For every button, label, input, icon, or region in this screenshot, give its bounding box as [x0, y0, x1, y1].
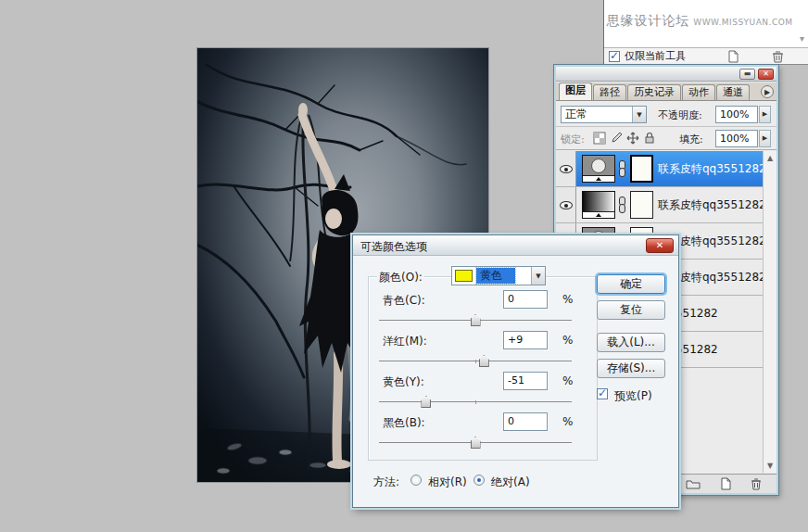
tool-presets-panel: 思缘设计论坛 www.missyuan.com ▾ 仅限当前工具 [603, 0, 808, 65]
color-selected-value: 黄色 [476, 268, 515, 284]
watermark-site-url: www.missyuan.com [693, 18, 792, 27]
eye-icon[interactable] [560, 165, 573, 173]
slider-value-field[interactable]: +9 [503, 331, 548, 349]
minimize-icon[interactable]: ▬ [739, 69, 755, 80]
slider-label: 青色(C): [381, 293, 427, 309]
slider-label: 黑色(B): [381, 415, 427, 431]
tab-history[interactable]: 历史记录 [627, 84, 681, 100]
layers-scrollbar[interactable]: ▲ ▼ [763, 151, 776, 473]
slider-value-field[interactable]: 0 [503, 290, 548, 309]
selective-color-dialog: 可选颜色选项 ✕ 颜色(O): 黄色 ▼ 青色(C): 0 % 洋红(M): +… [352, 234, 679, 508]
load-button[interactable]: 载入(L)... [597, 333, 665, 352]
chevron-down-icon[interactable]: ▼ [531, 267, 545, 285]
link-icon [619, 196, 625, 213]
lock-label: 锁定: [561, 133, 585, 146]
close-icon[interactable]: ✕ [646, 238, 674, 253]
preview-label: 预览(P) [612, 388, 654, 404]
preview-checkbox[interactable] [597, 388, 608, 399]
close-icon[interactable]: ✕ [758, 69, 774, 80]
slider-track[interactable] [379, 361, 572, 361]
method-label: 方法: [372, 475, 401, 490]
lock-paint-icon[interactable] [610, 132, 623, 145]
tool-presets-footer: 仅限当前工具 [604, 47, 808, 64]
ok-button[interactable]: 确定 [597, 274, 665, 294]
tab-layers[interactable]: 图层 [559, 82, 592, 100]
limit-current-tool-label: 仅限当前工具 [625, 49, 686, 63]
reset-button[interactable]: 复位 [597, 300, 665, 320]
tab-actions[interactable]: 动作 [682, 84, 715, 100]
blend-mode-select[interactable]: 正常 ▼ [561, 106, 647, 123]
scroll-up-icon[interactable]: ▲ [764, 154, 776, 162]
link-icon [619, 160, 625, 177]
slider-value-field[interactable]: 0 [503, 412, 548, 431]
yellow-swatch [455, 270, 473, 282]
eye-icon[interactable] [560, 201, 573, 209]
layer-row-1[interactable]: 联系皮特qq3551282 [556, 151, 776, 187]
slider-value-field[interactable]: -51 [503, 372, 548, 390]
limit-current-tool-checkbox[interactable] [609, 51, 620, 62]
layer-name[interactable]: 联系皮特qq3551282 [658, 187, 766, 223]
panel-tabs: 图层 路径 历史记录 动作 通道 ▶ [556, 82, 776, 101]
lock-move-icon[interactable] [626, 132, 639, 145]
opacity-label: 不透明度: [658, 108, 702, 122]
new-preset-icon[interactable] [726, 50, 740, 63]
opacity-value[interactable]: 100% [715, 106, 758, 123]
color-select[interactable]: 黄色 ▼ [451, 266, 546, 285]
relative-radio[interactable] [410, 475, 422, 486]
slider-label: 黄色(Y): [381, 374, 426, 390]
trash-icon[interactable] [749, 477, 764, 490]
chevron-down-icon[interactable]: ▼ [632, 107, 646, 122]
scroll-down-icon[interactable]: ▾ [800, 33, 804, 44]
mask-thumbnail[interactable] [630, 191, 653, 219]
blend-mode-row: 正常 ▼ 不透明度: 100% ▶ [556, 102, 776, 127]
tab-channels[interactable]: 通道 [716, 84, 750, 100]
absolute-radio[interactable] [473, 475, 485, 486]
color-label: 颜色(O): [377, 270, 424, 285]
absolute-label: 绝对(A) [489, 475, 532, 490]
panel-menu-icon[interactable]: ▶ [761, 85, 774, 98]
layer-name[interactable]: 联系皮特qq3551282 [658, 151, 766, 187]
dialog-titlebar[interactable]: 可选颜色选项 ✕ [353, 235, 678, 256]
scroll-down-icon[interactable]: ▼ [764, 462, 776, 470]
watermark: 思缘设计论坛 www.missyuan.com [604, 13, 795, 30]
opacity-spinner-icon[interactable]: ▶ [759, 106, 771, 123]
percent-sign: % [561, 415, 574, 428]
percent-sign: % [561, 293, 574, 306]
slider-label: 洋红(M): [381, 334, 429, 349]
percent-sign: % [561, 334, 574, 347]
lock-all-icon[interactable] [643, 132, 656, 145]
fill-label: 填充: [679, 133, 703, 146]
new-group-icon[interactable] [686, 477, 701, 490]
blend-mode-value: 正常 [562, 107, 632, 122]
layer-row-2[interactable]: 联系皮特qq3551282 [556, 187, 776, 223]
percent-sign: % [561, 374, 574, 387]
relative-label: 相对(R) [426, 475, 469, 490]
tab-paths[interactable]: 路径 [593, 84, 626, 100]
fill-value[interactable]: 100% [715, 130, 758, 147]
dialog-title: 可选颜色选项 [360, 239, 427, 255]
save-button[interactable]: 存储(S)... [597, 359, 665, 378]
gradient-thumbnail[interactable] [582, 191, 615, 219]
layers-window-titlebar[interactable]: ▬ ✕ [556, 67, 776, 82]
slider-track[interactable] [379, 401, 572, 402]
mask-thumbnail[interactable] [630, 155, 653, 183]
watermark-site-name: 思缘设计论坛 [606, 13, 689, 28]
fill-spinner-icon[interactable]: ▶ [759, 130, 771, 147]
lock-row: 锁定: 填充: 100% ▶ [556, 127, 776, 150]
adjustment-thumbnail[interactable] [582, 155, 615, 183]
lock-transparency-icon[interactable] [593, 132, 606, 145]
trash-icon[interactable] [771, 50, 785, 63]
new-layer-icon[interactable] [718, 477, 733, 490]
